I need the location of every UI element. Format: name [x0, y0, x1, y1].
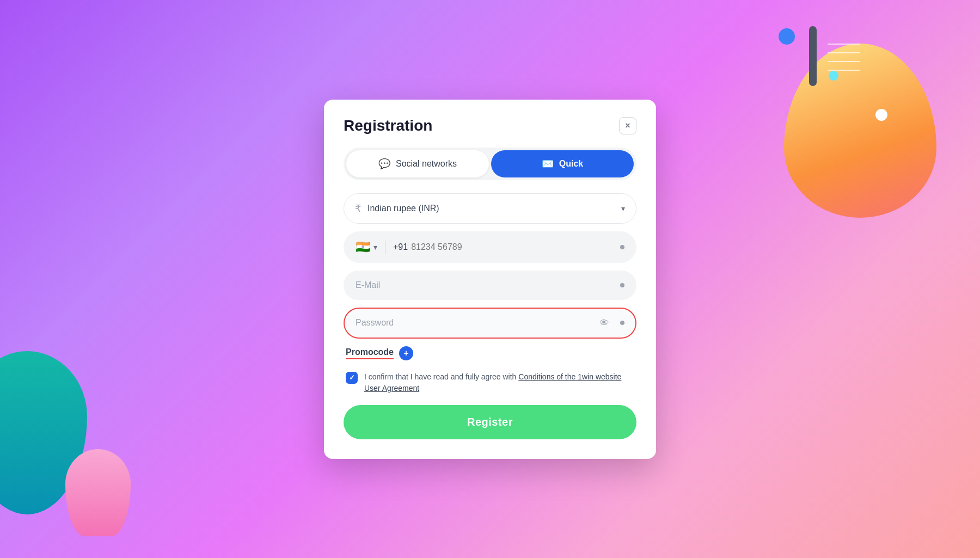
- background-lines: [828, 44, 860, 71]
- promocode-add-button[interactable]: +: [399, 346, 413, 360]
- terms-text: I confirm that I have read and fully agr…: [364, 371, 634, 394]
- phone-field: 🇮🇳 ▾ +91: [344, 231, 636, 263]
- flag-chevron-icon: ▾: [373, 243, 377, 252]
- tab-quick-label: Quick: [559, 159, 583, 169]
- chevron-down-icon: ▾: [621, 204, 625, 213]
- terms-checkbox[interactable]: ✓: [346, 372, 358, 384]
- email-field-container: [344, 271, 636, 300]
- background-circle-blue: [779, 28, 795, 45]
- social-icon: 💬: [378, 158, 390, 170]
- background-blob-peach: [784, 44, 936, 218]
- rupee-icon: ₹: [355, 203, 361, 214]
- background-circle-cyan: [829, 71, 838, 81]
- background-circle-white: [875, 109, 887, 121]
- email-field-dot: [620, 283, 624, 287]
- close-button[interactable]: ×: [619, 117, 636, 134]
- tab-social-networks[interactable]: 💬 Social networks: [346, 150, 489, 177]
- registration-tabs: 💬 Social networks ✉️ Quick: [344, 148, 636, 180]
- india-flag-icon: 🇮🇳: [356, 240, 370, 254]
- registration-modal: Registration × 💬 Social networks ✉️ Quic…: [324, 100, 656, 459]
- modal-header: Registration ×: [344, 117, 636, 134]
- tab-social-label: Social networks: [396, 159, 457, 169]
- email-input[interactable]: [356, 280, 614, 290]
- promocode-row: Promocode +: [344, 346, 636, 360]
- modal-title: Registration: [344, 117, 432, 134]
- email-tab-icon: ✉️: [542, 158, 554, 170]
- checkmark-icon: ✓: [349, 373, 355, 382]
- phone-field-dot: [620, 245, 624, 249]
- background-bar: [809, 26, 817, 86]
- phone-divider: [385, 241, 385, 254]
- country-selector[interactable]: 🇮🇳 ▾: [356, 240, 385, 254]
- currency-value: Indian rupee (INR): [367, 204, 615, 213]
- background-mushroom: [65, 449, 131, 536]
- terms-text-before: I confirm that I have read and fully agr…: [364, 372, 518, 381]
- eye-icon[interactable]: 👁: [599, 317, 609, 329]
- register-button[interactable]: Register: [344, 405, 636, 439]
- phone-prefix: +91: [393, 242, 408, 252]
- password-input[interactable]: [356, 318, 593, 328]
- terms-checkbox-row: ✓ I confirm that I have read and fully a…: [344, 371, 636, 394]
- currency-field[interactable]: ₹ Indian rupee (INR) ▾: [344, 193, 636, 224]
- password-field-dot: [620, 321, 624, 325]
- password-field-container: 👁: [344, 308, 636, 339]
- promocode-label: Promocode: [346, 347, 394, 359]
- tab-quick[interactable]: ✉️ Quick: [491, 150, 634, 177]
- phone-input[interactable]: [411, 242, 620, 252]
